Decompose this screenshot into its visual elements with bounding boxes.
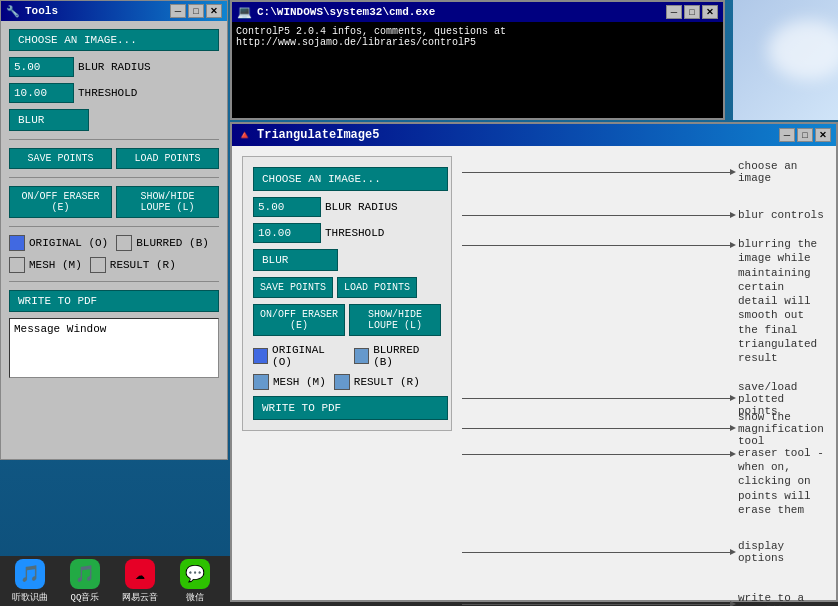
tools-message-window: Message Window: [9, 318, 219, 378]
cmd-minimize-button[interactable]: ─: [666, 5, 682, 19]
tri-blur-radius-row: BLUR RADIUS: [253, 197, 441, 217]
tools-threshold-label: THRESHOLD: [78, 87, 137, 99]
tri-blurred-color: [354, 348, 369, 364]
wechat-label: 微信: [186, 591, 204, 604]
tools-window-controls: ─ □ ✕: [170, 4, 222, 18]
tri-eraser-button[interactable]: ON/OFF ERASER (E): [253, 304, 345, 336]
tri-blur-radius-label: BLUR RADIUS: [325, 201, 398, 213]
tools-blur-button[interactable]: BLUR: [9, 109, 89, 131]
tools-close-button[interactable]: ✕: [206, 4, 222, 18]
tri-ann-blur: blur controls: [462, 197, 826, 233]
tri-content: CHOOSE AN IMAGE... BLUR RADIUS THRESHOLD…: [232, 146, 836, 600]
cmd-window-controls: ─ □ ✕: [666, 5, 718, 19]
tri-loupe-button[interactable]: SHOW/HIDE LOUPE (L): [349, 304, 441, 336]
tools-original-row: ORIGINAL (O): [9, 235, 108, 251]
tri-window-controls: ─ □ ✕: [779, 128, 831, 142]
tri-ann-choose-text: choose an image: [732, 160, 826, 184]
tools-title-container: 🔧 Tools: [6, 5, 58, 18]
tools-eraser-button[interactable]: ON/OFF ERASER (E): [9, 186, 112, 218]
cmd-close-button[interactable]: ✕: [702, 5, 718, 19]
tools-mesh-row: MESH (M): [9, 257, 82, 273]
tri-ann-blur-desc-arrow: [730, 242, 736, 248]
tools-blur-radius-input[interactable]: [9, 57, 74, 77]
tools-save-load-row: SAVE POINTS LOAD POINTS: [9, 148, 219, 169]
tools-loupe-button[interactable]: SHOW/HIDE LOUPE (L): [116, 186, 219, 218]
qqmusic-icon: 🎵: [70, 559, 100, 589]
tri-ann-eraser-line: [462, 454, 732, 455]
tools-original-color: [9, 235, 25, 251]
tri-threshold-input[interactable]: [253, 223, 321, 243]
tri-minimize-button[interactable]: ─: [779, 128, 795, 142]
tri-maximize-button[interactable]: □: [797, 128, 813, 142]
tri-controls: CHOOSE AN IMAGE... BLUR RADIUS THRESHOLD…: [242, 156, 452, 431]
tri-close-button[interactable]: ✕: [815, 128, 831, 142]
tri-original-color: [253, 348, 268, 364]
tri-write-pdf-button[interactable]: WRITE TO PDF: [253, 396, 448, 420]
tri-result-color: [334, 374, 350, 390]
tri-blur-button[interactable]: BLUR: [253, 249, 338, 271]
tools-content: CHOOSE AN IMAGE... BLUR RADIUS THRESHOLD…: [1, 21, 227, 386]
tri-save-points-button[interactable]: SAVE POINTS: [253, 277, 333, 298]
tri-ann-blur-text: blur controls: [732, 209, 824, 221]
tools-message-label: Message Window: [14, 323, 106, 335]
tri-display-row1: ORIGINAL (O) BLURRED (B): [253, 344, 441, 368]
tri-right-panel: choose an image blur controls blurring t…: [462, 156, 826, 590]
tools-load-points-button[interactable]: LOAD POINTS: [116, 148, 219, 169]
cmd-window: 💻 C:\WINDOWS\system32\cmd.exe ─ □ ✕ Cont…: [230, 0, 725, 120]
tri-ann-pdf-arrow: [730, 601, 736, 606]
tri-result-row: RESULT (R): [334, 374, 420, 390]
tools-threshold-input[interactable]: [9, 83, 74, 103]
tri-blurred-row: BLURRED (B): [354, 344, 441, 368]
tri-eraser-loupe-row: ON/OFF ERASER (E) SHOW/HIDE LOUPE (L): [253, 304, 441, 336]
netease-label: 网易云音: [122, 591, 158, 604]
tools-divider-4: [9, 281, 219, 282]
cmd-titlebar: 💻 C:\WINDOWS\system32\cmd.exe ─ □ ✕: [232, 2, 723, 22]
tools-choose-image-button[interactable]: CHOOSE AN IMAGE...: [9, 29, 219, 51]
tri-ann-save-line: [462, 398, 732, 399]
tri-annotations: choose an image blur controls blurring t…: [462, 161, 826, 606]
tools-icon: 🔧: [6, 5, 20, 18]
taskbar-icon-listen[interactable]: 🎵 听歌识曲: [5, 559, 55, 604]
qqmusic-label: QQ音乐: [71, 591, 100, 604]
tri-original-label: ORIGINAL (O): [272, 344, 346, 368]
taskbar-icon-wechat[interactable]: 💬 微信: [170, 559, 220, 604]
taskbar-icon-netease[interactable]: ☁ 网易云音: [115, 559, 165, 604]
tri-ann-blur-arrow: [730, 212, 736, 218]
taskbar-icon-qqmusic[interactable]: 🎵 QQ音乐: [60, 559, 110, 604]
tools-mesh-color: [9, 257, 25, 273]
tools-save-points-button[interactable]: SAVE POINTS: [9, 148, 112, 169]
tri-mesh-color: [253, 374, 269, 390]
tools-result-row: RESULT (R): [90, 257, 176, 273]
tri-load-points-button[interactable]: LOAD POINTS: [337, 277, 417, 298]
tri-ann-pdf: write to a PDF file: [462, 593, 826, 606]
tri-display-row2: MESH (M) RESULT (R): [253, 374, 441, 390]
tri-ann-display-arrow: [730, 549, 736, 555]
tri-ann-choose-arrow: [730, 169, 736, 175]
tools-title-text: Tools: [25, 5, 58, 17]
tri-ann-pdf-line: [462, 604, 732, 605]
tri-ann-mag-line: [462, 428, 732, 429]
tri-original-row: ORIGINAL (O): [253, 344, 346, 368]
tri-title-container: 🔺 TriangulateImage5: [237, 128, 379, 143]
tools-titlebar: 🔧 Tools ─ □ ✕: [1, 1, 227, 21]
tri-ann-blur-desc-line: [462, 245, 732, 246]
tri-save-load-row: SAVE POINTS LOAD POINTS: [253, 277, 441, 298]
tri-ann-display-text: display options: [732, 540, 826, 564]
tools-write-pdf-button[interactable]: WRITE TO PDF: [9, 290, 219, 312]
tri-ann-eraser: eraser tool - when on, clicking on point…: [462, 446, 826, 517]
tools-mesh-label: MESH (M): [29, 259, 82, 271]
tri-window: 🔺 TriangulateImage5 ─ □ ✕ CHOOSE AN IMAG…: [230, 122, 838, 602]
cmd-text: ControlP5 2.0.4 infos, comments, questio…: [236, 26, 506, 48]
tri-ann-choose: choose an image: [462, 161, 826, 183]
cloud-shape: [768, 20, 838, 80]
tools-maximize-button[interactable]: □: [188, 4, 204, 18]
tools-result-label: RESULT (R): [110, 259, 176, 271]
cmd-icon: 💻: [237, 5, 252, 20]
tri-blur-radius-input[interactable]: [253, 197, 321, 217]
tools-divider-2: [9, 177, 219, 178]
tools-result-color: [90, 257, 106, 273]
cmd-maximize-button[interactable]: □: [684, 5, 700, 19]
cmd-title: 💻 C:\WINDOWS\system32\cmd.exe: [237, 5, 435, 20]
tools-minimize-button[interactable]: ─: [170, 4, 186, 18]
tri-choose-image-button[interactable]: CHOOSE AN IMAGE...: [253, 167, 448, 191]
